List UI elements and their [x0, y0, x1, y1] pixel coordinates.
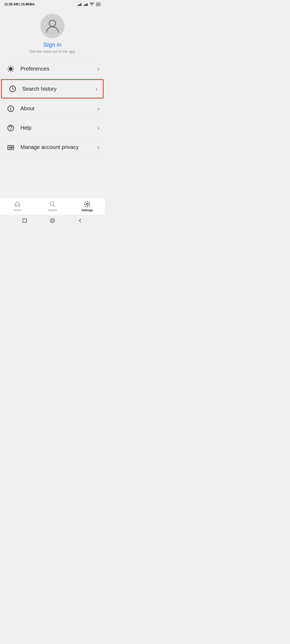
wifi-icon: [90, 3, 94, 6]
help-icon: [5, 123, 16, 133]
privacy-chevron: ›: [97, 144, 99, 150]
svg-point-12: [86, 203, 88, 205]
settings-nav-icon: [84, 201, 91, 208]
menu-item-search-history[interactable]: Search history ›: [1, 79, 104, 98]
privacy-icon: [5, 142, 16, 153]
privacy-label: Manage account privacy: [20, 144, 97, 150]
help-label: Help: [20, 125, 97, 131]
system-square-button[interactable]: [22, 218, 27, 223]
battery-icon: 83: [96, 2, 100, 6]
help-chevron: ›: [97, 125, 99, 131]
about-label: About: [20, 105, 97, 112]
svg-point-15: [51, 220, 53, 222]
menu-item-help[interactable]: Help ›: [0, 118, 105, 138]
search-label: Search: [48, 208, 57, 212]
sign-in-button[interactable]: Sign in: [43, 41, 61, 48]
svg-rect-13: [23, 219, 27, 222]
search-history-label: Search history: [22, 86, 96, 92]
menu-item-privacy[interactable]: Manage account privacy ›: [0, 138, 105, 157]
menu-item-preferences[interactable]: Preferences ›: [0, 59, 105, 79]
preferences-chevron: ›: [97, 66, 99, 72]
search-history-chevron: ›: [96, 86, 97, 92]
person-icon: [44, 18, 60, 34]
svg-point-8: [10, 129, 11, 130]
signal-icon-2: [84, 3, 88, 6]
profile-section: Sign in Get the most out of the app: [0, 8, 105, 59]
search-icon: [49, 201, 56, 208]
nav-item-settings[interactable]: Settings: [70, 201, 105, 212]
menu-list: Preferences › Search history ›: [0, 59, 105, 197]
nav-item-home[interactable]: Home: [0, 201, 35, 212]
home-icon: [14, 201, 21, 208]
about-chevron: ›: [97, 105, 99, 112]
info-icon: [5, 103, 16, 114]
main-content: Sign in Get the most out of the app Pref…: [0, 8, 105, 197]
gear-icon: [5, 64, 16, 74]
nav-item-search[interactable]: Search: [35, 201, 70, 212]
signal-icon-1: [77, 3, 81, 6]
avatar: [40, 14, 64, 38]
svg-point-10: [9, 147, 10, 148]
clock-icon: [7, 83, 18, 94]
settings-label: Settings: [81, 208, 93, 212]
svg-point-14: [50, 218, 55, 223]
status-time: 11:25 AM | 15.9KB/s: [4, 2, 35, 6]
system-back-button[interactable]: [77, 218, 83, 223]
status-icons: 83: [77, 2, 100, 6]
preferences-label: Preferences: [20, 66, 97, 72]
svg-point-3: [10, 68, 12, 70]
bottom-nav: Home Search Settings: [0, 197, 105, 215]
status-bar: 11:25 AM | 15.9KB/s 83: [0, 0, 105, 8]
home-label: Home: [13, 208, 21, 212]
sign-in-subtitle: Get the most out of the app: [30, 49, 75, 54]
svg-point-0: [49, 20, 56, 27]
svg-point-6: [10, 107, 11, 108]
system-circle-button[interactable]: [50, 218, 55, 223]
menu-item-about[interactable]: About ›: [0, 99, 105, 118]
system-nav-bar: [0, 215, 105, 226]
